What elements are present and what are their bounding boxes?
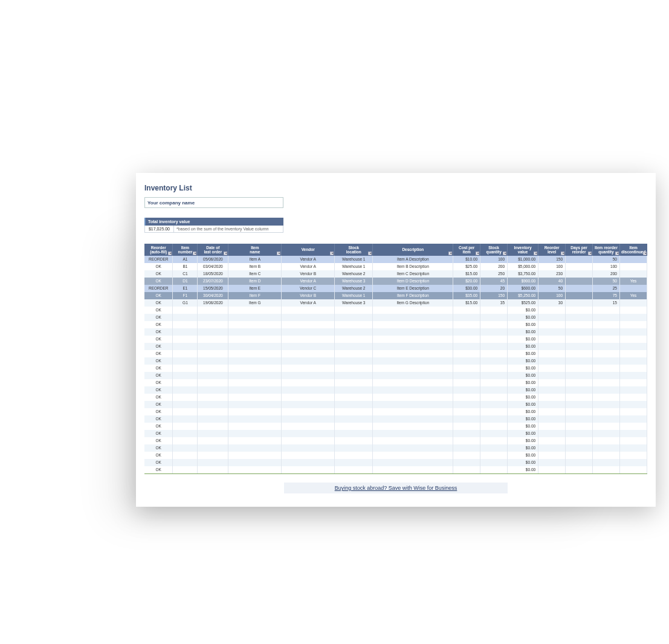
cell[interactable] (282, 357, 335, 365)
cell[interactable] (566, 307, 593, 314)
cell[interactable] (228, 466, 282, 474)
cell[interactable] (538, 430, 566, 437)
cell[interactable]: 03/04/2020 (198, 263, 228, 270)
table-row[interactable]: OK$0.00 (144, 328, 647, 336)
cell[interactable] (228, 452, 282, 459)
cell[interactable] (373, 336, 453, 343)
cell[interactable]: Warehouse 1 (335, 256, 373, 263)
cell[interactable] (228, 372, 282, 379)
column-header[interactable]: Cost peritem (453, 244, 480, 256)
cell[interactable]: 25 (593, 285, 620, 292)
cell[interactable] (228, 357, 282, 365)
cell[interactable] (198, 314, 228, 321)
cell[interactable]: 150 (538, 256, 566, 263)
cell[interactable] (593, 466, 620, 474)
cell[interactable] (228, 328, 282, 336)
cell[interactable] (593, 452, 620, 459)
cell[interactable] (173, 408, 198, 415)
cell[interactable]: $0.00 (508, 321, 538, 328)
cell[interactable] (619, 386, 647, 394)
cell[interactable]: Vendor A (282, 299, 335, 307)
cell[interactable] (538, 365, 566, 372)
cell[interactable]: 100 (538, 263, 566, 270)
cell[interactable] (593, 401, 620, 408)
cell[interactable]: OK (144, 466, 173, 474)
cell[interactable] (282, 386, 335, 394)
filter-icon[interactable] (534, 252, 537, 255)
cell[interactable]: $0.00 (508, 343, 538, 350)
cell[interactable] (198, 350, 228, 357)
cell[interactable]: $0.00 (508, 372, 538, 379)
cell[interactable]: 15 (593, 299, 620, 307)
cell[interactable] (373, 415, 453, 423)
cell[interactable] (373, 314, 453, 321)
cell[interactable] (593, 423, 620, 430)
cell[interactable]: $0.00 (508, 452, 538, 459)
cell[interactable] (335, 386, 373, 394)
cell[interactable]: B1 (173, 263, 198, 270)
cell[interactable] (619, 256, 647, 263)
cell[interactable]: 50 (593, 278, 620, 285)
cell[interactable] (228, 386, 282, 394)
cell[interactable]: $0.00 (508, 415, 538, 423)
cell[interactable]: Yes (619, 278, 647, 285)
cell[interactable]: $25.00 (453, 263, 480, 270)
cell[interactable]: 05/06/2020 (198, 256, 228, 263)
cell[interactable] (538, 394, 566, 401)
column-header[interactable]: Stockquantity (480, 244, 508, 256)
cell[interactable]: OK (144, 386, 173, 394)
cell[interactable]: OK (144, 379, 173, 386)
company-name-input[interactable]: Your company name (144, 197, 283, 208)
cell[interactable]: 40 (538, 278, 566, 285)
cell[interactable] (566, 444, 593, 452)
table-row[interactable]: OKG119/06/2020Item GVendor AWarehouse 3I… (144, 299, 647, 307)
cell[interactable] (453, 415, 480, 423)
cell[interactable] (373, 459, 453, 466)
cell[interactable] (335, 430, 373, 437)
cell[interactable]: Warehouse 3 (335, 278, 373, 285)
filter-icon[interactable] (615, 252, 619, 255)
cell[interactable] (373, 343, 453, 350)
cell[interactable]: OK (144, 408, 173, 415)
cell[interactable] (173, 452, 198, 459)
cell[interactable] (538, 408, 566, 415)
column-header[interactable]: Item reorderquantity (593, 244, 620, 256)
filter-icon[interactable] (448, 252, 452, 255)
cell[interactable] (566, 343, 593, 350)
cell[interactable] (335, 423, 373, 430)
cell[interactable]: $3,750.00 (508, 270, 538, 278)
cell[interactable] (373, 394, 453, 401)
table-row[interactable]: OK$0.00 (144, 365, 647, 372)
cell[interactable] (373, 437, 453, 444)
cell[interactable] (480, 386, 508, 394)
cell[interactable] (173, 401, 198, 408)
cell[interactable]: OK (144, 423, 173, 430)
cell[interactable] (373, 401, 453, 408)
cell[interactable] (373, 328, 453, 336)
cell[interactable] (593, 372, 620, 379)
cell[interactable]: $20.00 (453, 278, 480, 285)
cell[interactable] (282, 321, 335, 328)
cell[interactable] (198, 336, 228, 343)
cell[interactable] (453, 437, 480, 444)
cell[interactable]: D1 (173, 278, 198, 285)
cell[interactable]: $0.00 (508, 336, 538, 343)
cell[interactable]: Vendor A (282, 256, 335, 263)
cell[interactable] (538, 328, 566, 336)
cell[interactable]: OK (144, 444, 173, 452)
cell[interactable] (282, 437, 335, 444)
cell[interactable]: Item G Description (373, 299, 453, 307)
cell[interactable] (335, 314, 373, 321)
cell[interactable] (453, 459, 480, 466)
cell[interactable] (173, 336, 198, 343)
cell[interactable]: OK (144, 336, 173, 343)
cell[interactable]: 35 (480, 299, 508, 307)
cell[interactable] (480, 459, 508, 466)
cell[interactable]: $35.00 (453, 292, 480, 299)
table-row[interactable]: OK$0.00 (144, 386, 647, 394)
cell[interactable] (335, 452, 373, 459)
cell[interactable]: OK (144, 292, 173, 299)
cell[interactable] (538, 343, 566, 350)
cell[interactable] (453, 452, 480, 459)
table-row[interactable]: OK$0.00 (144, 343, 647, 350)
